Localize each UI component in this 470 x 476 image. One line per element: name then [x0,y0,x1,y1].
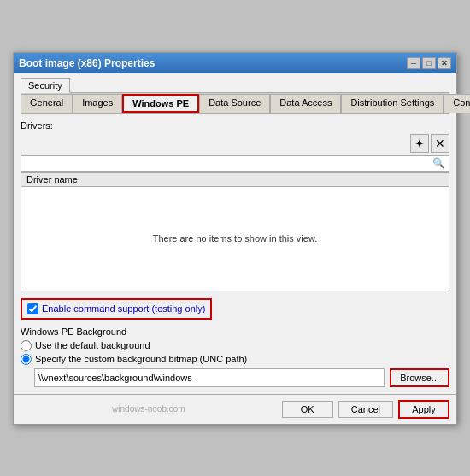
tab-content-locations[interactable]: Content Locations [444,94,470,113]
bg-custom-radio[interactable] [21,354,32,365]
add-driver-button[interactable]: ✦ [410,134,429,153]
drivers-toolbar: ✦ ✕ [21,134,449,153]
driver-table: Driver name There are no items to show i… [21,172,449,291]
bg-section-label: Windows PE Background [21,326,449,337]
driver-table-header: Driver name [21,173,449,187]
security-tab-row: Security [21,77,449,93]
title-bar-buttons: ─ □ ✕ [407,57,451,69]
tab-data-access[interactable]: Data Access [270,94,341,113]
bg-default-row: Use the default background [21,340,449,351]
title-bar: Boot image (x86) Properties ─ □ ✕ [14,53,456,73]
ok-button[interactable]: OK [282,401,333,418]
minimize-button[interactable]: ─ [407,57,420,69]
bg-section: Windows PE Background Use the default ba… [21,326,449,387]
tab-windows-pe[interactable]: Windows PE [122,94,199,113]
driver-table-empty: There are no items to show in this view. [21,187,449,290]
command-support-checkbox[interactable] [27,303,38,314]
bg-default-label: Use the default background [35,340,150,350]
search-icon: 🔍 [432,157,445,169]
bg-custom-label: Specify the custom background bitmap (UN… [35,354,247,364]
bg-custom-row: Specify the custom background bitmap (UN… [21,354,449,365]
driver-search-input[interactable] [25,158,428,168]
tab-images[interactable]: Images [73,94,122,113]
driver-search-box[interactable]: 🔍 [21,155,449,172]
tab-security[interactable]: Security [21,78,70,93]
browse-button[interactable]: Browse... [390,368,449,387]
bg-path-input[interactable] [34,368,385,387]
drivers-label: Drivers: [21,120,449,131]
command-support-row: Enable command support (testing only) [21,298,212,320]
watermark: windows-noob.com [21,404,277,414]
delete-driver-button[interactable]: ✕ [431,134,449,153]
bg-default-radio[interactable] [21,340,32,351]
tab-distribution-settings[interactable]: Distribution Settings [341,94,444,113]
tab-data-source[interactable]: Data Source [199,94,270,113]
cancel-button[interactable]: Cancel [338,401,393,418]
maximize-button[interactable]: □ [422,57,436,69]
bottom-bar: windows-noob.com OK Cancel Apply [14,394,456,424]
main-window: Boot image (x86) Properties ─ □ ✕ Securi… [13,52,457,425]
command-support-label: Enable command support (testing only) [42,303,205,314]
apply-button[interactable]: Apply [398,400,449,419]
tab-general[interactable]: General [21,94,73,113]
window-title: Boot image (x86) Properties [19,57,155,69]
dialog-content: Security General Images Windows PE Data … [14,73,456,394]
close-button[interactable]: ✕ [438,57,451,69]
bg-path-row: Browse... [34,368,449,387]
tab-row: General Images Windows PE Data Source Da… [21,93,449,114]
